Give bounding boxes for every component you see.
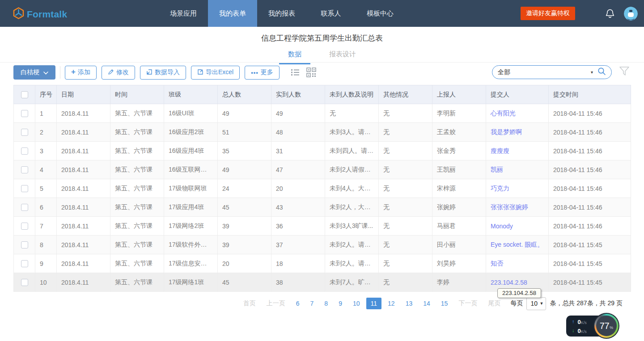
select-all-cell — [14, 85, 35, 104]
logo[interactable]: Formtalk — [13, 7, 67, 21]
cell-reporter: 李婷 — [432, 273, 486, 292]
row-checkbox[interactable] — [21, 129, 28, 136]
add-button[interactable]: + 添加 — [65, 66, 97, 80]
row-checkbox[interactable] — [21, 185, 28, 192]
submitter-link[interactable]: 巧克力 — [491, 185, 509, 192]
column-header: 时间 — [110, 85, 164, 104]
list-view-icon[interactable] — [291, 68, 300, 76]
row-checkbox[interactable] — [21, 166, 28, 173]
cell-other: 无 — [379, 273, 432, 292]
page-number[interactable]: 12 — [383, 298, 399, 309]
row-checkbox[interactable] — [21, 260, 28, 267]
download-speed-unit: K/s — [581, 329, 587, 334]
prev-page-button[interactable]: 上一页 — [262, 297, 290, 310]
submitter-link[interactable]: 瘦瘦瘦 — [491, 147, 509, 154]
table-row[interactable]: 52018.4.11第五、六节课17级物联网班2420未到4人。大赛...无宋梓… — [14, 179, 631, 198]
search-box[interactable]: 全部 ▾ — [492, 65, 612, 79]
submitter-link[interactable]: 张张张张婉婷 — [491, 203, 528, 210]
table-row[interactable]: 22018.4.11第五、六节课16级应用2班5148未到3人。请假...无王孟… — [14, 123, 631, 142]
search-dropdown-arrow-icon[interactable]: ▾ — [591, 70, 593, 75]
search-scope-value: 全部 — [498, 68, 586, 76]
select-all-checkbox[interactable] — [21, 91, 28, 98]
column-header: 提交时间 — [549, 85, 631, 104]
nav-item-my-reports[interactable]: 我的报表 — [257, 0, 306, 27]
checkbox-cell — [14, 160, 35, 179]
more-button[interactable]: ••• 更多 — [245, 66, 280, 80]
cell-actual: 48 — [271, 123, 325, 142]
nav-item-scenario-apps[interactable]: 场景应用 — [159, 0, 208, 27]
page-number[interactable]: 6 — [292, 298, 304, 309]
form-selector-button[interactable]: 白桔梗 — [13, 65, 55, 80]
cell-total: 20 — [218, 254, 271, 273]
submitter-link[interactable]: Eye socket. 眼眶。 — [491, 241, 543, 248]
row-checkbox[interactable] — [21, 110, 28, 117]
search-icon[interactable] — [597, 67, 606, 77]
table-row[interactable]: 42018.4.11第五、六节课16级互联网金融...4947未到2人请假：..… — [14, 160, 631, 179]
edit-button[interactable]: 修改 — [102, 66, 135, 80]
submitter-link[interactable]: 心有阳光 — [491, 109, 516, 117]
cell-reporter: 张婉婷 — [432, 198, 486, 217]
nav-item-template-center[interactable]: 模板中心 — [356, 0, 405, 27]
table-row[interactable]: 62018.4.11第五、六节课17级应用4班4543未到2人，大赛...无张婉… — [14, 198, 631, 217]
export-excel-button[interactable]: 导出Excel — [191, 66, 240, 80]
submitter-link[interactable]: Monody — [491, 223, 513, 230]
cell-time: 第五、六节课 — [110, 217, 164, 236]
cell-other: 无 — [379, 179, 432, 198]
cell-total: 51 — [218, 123, 271, 142]
row-checkbox[interactable] — [21, 147, 28, 155]
notification-bell-icon[interactable] — [605, 8, 615, 21]
table-row[interactable]: 92018.4.11第五、六节课17级信息安全与...2018未到2人。请假..… — [14, 254, 631, 273]
row-checkbox[interactable] — [21, 241, 28, 248]
table-row[interactable]: 72018.4.11第五、六节课17级网络2班3936未到3人3旷课...无马丽… — [14, 217, 631, 236]
cell-time: 第五、六节课 — [110, 273, 164, 292]
page-number[interactable]: 9 — [334, 298, 347, 309]
page-number[interactable]: 7 — [306, 298, 318, 309]
import-button[interactable]: 数据导入 — [140, 66, 186, 80]
per-page-label: 每页 — [510, 299, 523, 307]
user-avatar[interactable] — [624, 7, 638, 21]
invite-friends-button[interactable]: 邀请好友赢特权 — [521, 7, 575, 20]
submitter-link[interactable]: 223.104.2.58 — [491, 279, 527, 286]
cell-total: 35 — [218, 142, 271, 160]
page-number[interactable]: 15 — [436, 298, 453, 309]
filter-funnel-icon[interactable] — [619, 66, 630, 78]
cell-absent: 未到2人。请假... — [325, 254, 379, 273]
cell-time: 第五、六节课 — [110, 198, 164, 217]
cell-submitter: 张张张张婉婷 — [486, 198, 549, 217]
nav-item-contacts[interactable]: 联系人 — [306, 0, 356, 27]
page-number[interactable]: 8 — [320, 298, 332, 309]
cell-absent: 未到2人请假：... — [325, 160, 379, 179]
cell-class: 16级应用4班 — [164, 142, 218, 160]
cell-date: 2018.4.11 — [57, 142, 110, 160]
submitter-link[interactable]: 我是梦娇啊 — [491, 128, 522, 135]
column-header: 实到人数 — [271, 85, 325, 104]
column-header: 日期 — [57, 85, 110, 104]
nav-item-my-forms[interactable]: 我的表单 — [208, 0, 257, 27]
submitter-link[interactable]: 凯丽 — [491, 166, 503, 173]
cell-time: 第五、六节课 — [110, 254, 164, 273]
progress-badge[interactable]: 77 % — [593, 313, 619, 339]
table-row[interactable]: 82018.4.11第五、六节课17级软件外包班3937未到2人。请假...无田… — [14, 236, 631, 254]
submitter-link[interactable]: 知否 — [491, 260, 503, 267]
cell-reporter: 王孟姣 — [432, 123, 486, 142]
table-row[interactable]: 12018.4.11第五、六节课16级UI班4949无无李明新心有阳光2018-… — [14, 104, 631, 123]
page-number[interactable]: 10 — [348, 298, 364, 309]
page-number-current[interactable]: 11 — [366, 298, 382, 309]
cell-submit-time: 2018-04-11 15:46 — [549, 104, 631, 123]
row-checkbox[interactable] — [21, 223, 28, 230]
page-size-select[interactable]: 10 ▼ — [526, 297, 546, 310]
upload-speed-unit: K/s — [581, 320, 587, 325]
page-number[interactable]: 14 — [419, 298, 435, 309]
cell-other: 无 — [379, 254, 432, 273]
row-checkbox[interactable] — [21, 204, 28, 211]
cell-absent: 未到7人。旷课:... — [325, 273, 379, 292]
qr-code-icon[interactable] — [306, 67, 317, 78]
next-page-button[interactable]: 下一页 — [454, 297, 482, 310]
last-page-button[interactable]: 尾页 — [483, 297, 505, 310]
navbar: Formtalk 场景应用 我的表单 我的报表 联系人 模板中心 邀请好友赢特权 — [0, 0, 644, 27]
cell-other: 无 — [379, 217, 432, 236]
row-checkbox[interactable] — [21, 279, 28, 286]
page-number[interactable]: 13 — [401, 298, 417, 309]
first-page-button[interactable]: 首页 — [239, 297, 260, 310]
table-row[interactable]: 32018.4.11第五、六节课16级应用4班3531未到四人。请假...无张金… — [14, 142, 631, 160]
